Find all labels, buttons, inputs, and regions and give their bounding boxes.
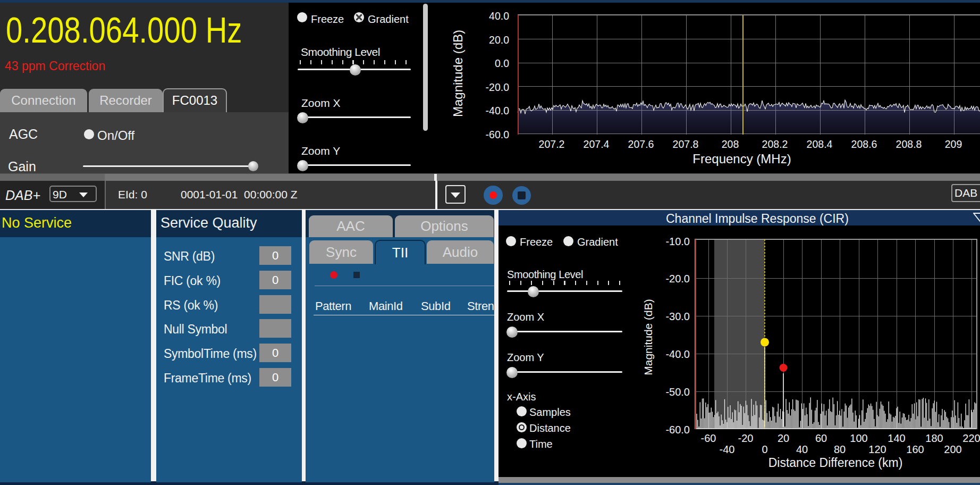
- svg-text:-20.0: -20.0: [486, 81, 510, 93]
- svg-text:-20: -20: [738, 432, 754, 444]
- svg-text:Magnitude (dB): Magnitude (dB): [642, 299, 654, 375]
- svg-text:0: 0: [762, 444, 767, 455]
- svg-text:-50.0: -50.0: [665, 386, 690, 398]
- svg-text:208.6: 208.6: [851, 138, 877, 150]
- svg-text:220: 220: [962, 432, 980, 444]
- svg-text:Frequency (MHz): Frequency (MHz): [692, 152, 791, 166]
- svg-text:-40.0: -40.0: [665, 348, 690, 360]
- svg-text:-60.0: -60.0: [665, 424, 690, 436]
- svg-text:-40.0: -40.0: [486, 105, 510, 116]
- svg-text:208.2: 208.2: [762, 138, 788, 150]
- svg-text:180: 180: [925, 432, 943, 444]
- svg-text:140: 140: [888, 432, 905, 444]
- svg-text:0.0: 0.0: [495, 57, 509, 69]
- svg-text:-10.0: -10.0: [665, 236, 690, 247]
- svg-text:100: 100: [850, 432, 867, 444]
- svg-text:208: 208: [722, 138, 739, 150]
- svg-text:Magnitude (dB): Magnitude (dB): [451, 30, 465, 117]
- svg-text:208.4: 208.4: [807, 138, 833, 150]
- svg-text:-30.0: -30.0: [665, 311, 690, 322]
- svg-text:207.6: 207.6: [628, 138, 654, 150]
- svg-text:200: 200: [944, 444, 961, 455]
- svg-text:120: 120: [868, 444, 886, 455]
- svg-text:Distance Difference (km): Distance Difference (km): [768, 456, 903, 470]
- svg-text:-60.0: -60.0: [486, 129, 510, 140]
- svg-text:-20.0: -20.0: [665, 273, 690, 285]
- svg-text:207.2: 207.2: [539, 138, 565, 150]
- svg-text:160: 160: [906, 444, 924, 455]
- svg-text:207.8: 207.8: [673, 138, 699, 150]
- svg-text:207.4: 207.4: [584, 138, 610, 150]
- svg-text:60: 60: [815, 432, 827, 444]
- svg-text:-40: -40: [720, 444, 735, 455]
- svg-text:208.8: 208.8: [896, 138, 922, 150]
- svg-text:20.0: 20.0: [489, 34, 509, 46]
- svg-text:-60: -60: [701, 432, 716, 444]
- svg-text:209: 209: [945, 138, 962, 150]
- svg-text:40: 40: [796, 444, 808, 455]
- svg-text:80: 80: [834, 444, 846, 455]
- svg-text:20: 20: [778, 432, 789, 444]
- svg-text:40.0: 40.0: [489, 10, 509, 22]
